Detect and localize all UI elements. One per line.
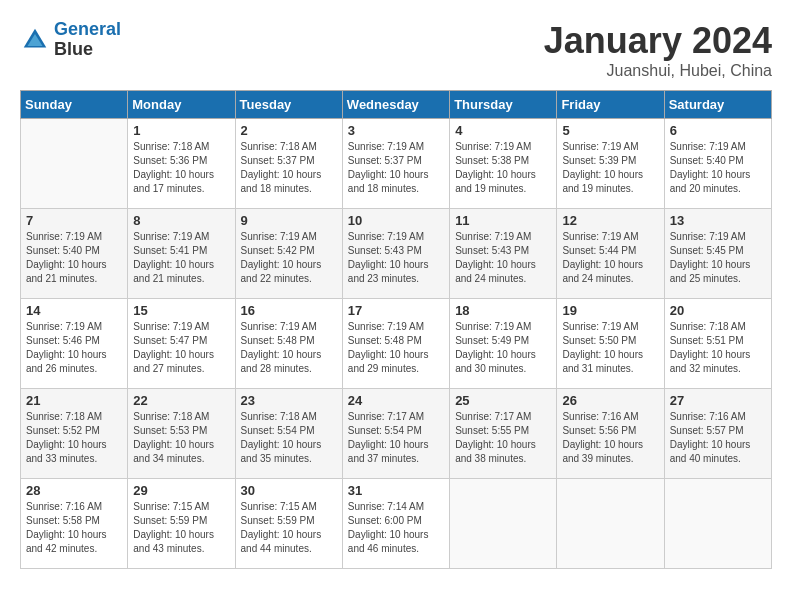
day-info: Sunrise: 7:16 AMSunset: 5:58 PMDaylight:… bbox=[26, 500, 122, 556]
day-number: 17 bbox=[348, 303, 444, 318]
day-number: 22 bbox=[133, 393, 229, 408]
day-number: 15 bbox=[133, 303, 229, 318]
day-info: Sunrise: 7:16 AMSunset: 5:56 PMDaylight:… bbox=[562, 410, 658, 466]
calendar-week-row: 7Sunrise: 7:19 AMSunset: 5:40 PMDaylight… bbox=[21, 209, 772, 299]
month-title: January 2024 bbox=[544, 20, 772, 62]
location-subtitle: Juanshui, Hubei, China bbox=[544, 62, 772, 80]
day-info: Sunrise: 7:19 AMSunset: 5:46 PMDaylight:… bbox=[26, 320, 122, 376]
calendar-cell: 23Sunrise: 7:18 AMSunset: 5:54 PMDayligh… bbox=[235, 389, 342, 479]
calendar-cell: 6Sunrise: 7:19 AMSunset: 5:40 PMDaylight… bbox=[664, 119, 771, 209]
calendar-cell: 26Sunrise: 7:16 AMSunset: 5:56 PMDayligh… bbox=[557, 389, 664, 479]
day-info: Sunrise: 7:19 AMSunset: 5:38 PMDaylight:… bbox=[455, 140, 551, 196]
calendar-cell: 19Sunrise: 7:19 AMSunset: 5:50 PMDayligh… bbox=[557, 299, 664, 389]
day-info: Sunrise: 7:17 AMSunset: 5:55 PMDaylight:… bbox=[455, 410, 551, 466]
day-info: Sunrise: 7:19 AMSunset: 5:50 PMDaylight:… bbox=[562, 320, 658, 376]
day-info: Sunrise: 7:18 AMSunset: 5:53 PMDaylight:… bbox=[133, 410, 229, 466]
calendar-week-row: 1Sunrise: 7:18 AMSunset: 5:36 PMDaylight… bbox=[21, 119, 772, 209]
column-header-saturday: Saturday bbox=[664, 91, 771, 119]
column-header-sunday: Sunday bbox=[21, 91, 128, 119]
calendar-cell: 8Sunrise: 7:19 AMSunset: 5:41 PMDaylight… bbox=[128, 209, 235, 299]
day-info: Sunrise: 7:17 AMSunset: 5:54 PMDaylight:… bbox=[348, 410, 444, 466]
calendar-cell: 1Sunrise: 7:18 AMSunset: 5:36 PMDaylight… bbox=[128, 119, 235, 209]
calendar-cell: 16Sunrise: 7:19 AMSunset: 5:48 PMDayligh… bbox=[235, 299, 342, 389]
calendar-cell: 22Sunrise: 7:18 AMSunset: 5:53 PMDayligh… bbox=[128, 389, 235, 479]
calendar-cell: 20Sunrise: 7:18 AMSunset: 5:51 PMDayligh… bbox=[664, 299, 771, 389]
calendar-cell bbox=[557, 479, 664, 569]
day-info: Sunrise: 7:18 AMSunset: 5:36 PMDaylight:… bbox=[133, 140, 229, 196]
day-number: 25 bbox=[455, 393, 551, 408]
day-number: 29 bbox=[133, 483, 229, 498]
day-info: Sunrise: 7:15 AMSunset: 5:59 PMDaylight:… bbox=[133, 500, 229, 556]
day-info: Sunrise: 7:16 AMSunset: 5:57 PMDaylight:… bbox=[670, 410, 766, 466]
calendar-week-row: 28Sunrise: 7:16 AMSunset: 5:58 PMDayligh… bbox=[21, 479, 772, 569]
day-info: Sunrise: 7:19 AMSunset: 5:48 PMDaylight:… bbox=[241, 320, 337, 376]
day-info: Sunrise: 7:19 AMSunset: 5:40 PMDaylight:… bbox=[670, 140, 766, 196]
day-number: 9 bbox=[241, 213, 337, 228]
calendar-cell: 29Sunrise: 7:15 AMSunset: 5:59 PMDayligh… bbox=[128, 479, 235, 569]
calendar-cell: 12Sunrise: 7:19 AMSunset: 5:44 PMDayligh… bbox=[557, 209, 664, 299]
day-number: 26 bbox=[562, 393, 658, 408]
day-number: 13 bbox=[670, 213, 766, 228]
calendar-cell: 13Sunrise: 7:19 AMSunset: 5:45 PMDayligh… bbox=[664, 209, 771, 299]
day-number: 21 bbox=[26, 393, 122, 408]
day-number: 12 bbox=[562, 213, 658, 228]
calendar-cell: 21Sunrise: 7:18 AMSunset: 5:52 PMDayligh… bbox=[21, 389, 128, 479]
day-number: 10 bbox=[348, 213, 444, 228]
day-number: 24 bbox=[348, 393, 444, 408]
day-number: 23 bbox=[241, 393, 337, 408]
day-number: 11 bbox=[455, 213, 551, 228]
calendar-cell: 14Sunrise: 7:19 AMSunset: 5:46 PMDayligh… bbox=[21, 299, 128, 389]
column-header-thursday: Thursday bbox=[450, 91, 557, 119]
calendar-table: SundayMondayTuesdayWednesdayThursdayFrid… bbox=[20, 90, 772, 569]
day-info: Sunrise: 7:18 AMSunset: 5:54 PMDaylight:… bbox=[241, 410, 337, 466]
calendar-week-row: 21Sunrise: 7:18 AMSunset: 5:52 PMDayligh… bbox=[21, 389, 772, 479]
day-info: Sunrise: 7:19 AMSunset: 5:47 PMDaylight:… bbox=[133, 320, 229, 376]
day-number: 18 bbox=[455, 303, 551, 318]
day-info: Sunrise: 7:19 AMSunset: 5:45 PMDaylight:… bbox=[670, 230, 766, 286]
calendar-cell: 30Sunrise: 7:15 AMSunset: 5:59 PMDayligh… bbox=[235, 479, 342, 569]
day-number: 27 bbox=[670, 393, 766, 408]
calendar-cell: 3Sunrise: 7:19 AMSunset: 5:37 PMDaylight… bbox=[342, 119, 449, 209]
day-number: 5 bbox=[562, 123, 658, 138]
calendar-cell: 4Sunrise: 7:19 AMSunset: 5:38 PMDaylight… bbox=[450, 119, 557, 209]
calendar-cell: 28Sunrise: 7:16 AMSunset: 5:58 PMDayligh… bbox=[21, 479, 128, 569]
day-info: Sunrise: 7:19 AMSunset: 5:39 PMDaylight:… bbox=[562, 140, 658, 196]
column-header-wednesday: Wednesday bbox=[342, 91, 449, 119]
day-number: 1 bbox=[133, 123, 229, 138]
day-info: Sunrise: 7:19 AMSunset: 5:44 PMDaylight:… bbox=[562, 230, 658, 286]
calendar-cell: 10Sunrise: 7:19 AMSunset: 5:43 PMDayligh… bbox=[342, 209, 449, 299]
calendar-cell: 9Sunrise: 7:19 AMSunset: 5:42 PMDaylight… bbox=[235, 209, 342, 299]
column-header-friday: Friday bbox=[557, 91, 664, 119]
day-number: 6 bbox=[670, 123, 766, 138]
calendar-header-row: SundayMondayTuesdayWednesdayThursdayFrid… bbox=[21, 91, 772, 119]
day-number: 20 bbox=[670, 303, 766, 318]
calendar-cell: 27Sunrise: 7:16 AMSunset: 5:57 PMDayligh… bbox=[664, 389, 771, 479]
day-info: Sunrise: 7:14 AMSunset: 6:00 PMDaylight:… bbox=[348, 500, 444, 556]
page-header: General Blue January 2024 Juanshui, Hube… bbox=[20, 20, 772, 80]
logo-line2: Blue bbox=[54, 40, 121, 60]
day-number: 4 bbox=[455, 123, 551, 138]
day-info: Sunrise: 7:15 AMSunset: 5:59 PMDaylight:… bbox=[241, 500, 337, 556]
logo: General Blue bbox=[20, 20, 121, 60]
calendar-cell: 15Sunrise: 7:19 AMSunset: 5:47 PMDayligh… bbox=[128, 299, 235, 389]
day-info: Sunrise: 7:18 AMSunset: 5:37 PMDaylight:… bbox=[241, 140, 337, 196]
day-info: Sunrise: 7:18 AMSunset: 5:52 PMDaylight:… bbox=[26, 410, 122, 466]
calendar-cell: 5Sunrise: 7:19 AMSunset: 5:39 PMDaylight… bbox=[557, 119, 664, 209]
calendar-cell: 31Sunrise: 7:14 AMSunset: 6:00 PMDayligh… bbox=[342, 479, 449, 569]
day-info: Sunrise: 7:19 AMSunset: 5:42 PMDaylight:… bbox=[241, 230, 337, 286]
calendar-cell: 18Sunrise: 7:19 AMSunset: 5:49 PMDayligh… bbox=[450, 299, 557, 389]
calendar-cell: 24Sunrise: 7:17 AMSunset: 5:54 PMDayligh… bbox=[342, 389, 449, 479]
logo-icon bbox=[20, 25, 50, 55]
day-number: 31 bbox=[348, 483, 444, 498]
column-header-monday: Monday bbox=[128, 91, 235, 119]
day-number: 7 bbox=[26, 213, 122, 228]
logo-text: General Blue bbox=[54, 20, 121, 60]
day-number: 28 bbox=[26, 483, 122, 498]
day-number: 2 bbox=[241, 123, 337, 138]
logo-line1: General bbox=[54, 19, 121, 39]
day-info: Sunrise: 7:19 AMSunset: 5:43 PMDaylight:… bbox=[455, 230, 551, 286]
day-number: 14 bbox=[26, 303, 122, 318]
day-info: Sunrise: 7:19 AMSunset: 5:48 PMDaylight:… bbox=[348, 320, 444, 376]
calendar-week-row: 14Sunrise: 7:19 AMSunset: 5:46 PMDayligh… bbox=[21, 299, 772, 389]
title-block: January 2024 Juanshui, Hubei, China bbox=[544, 20, 772, 80]
